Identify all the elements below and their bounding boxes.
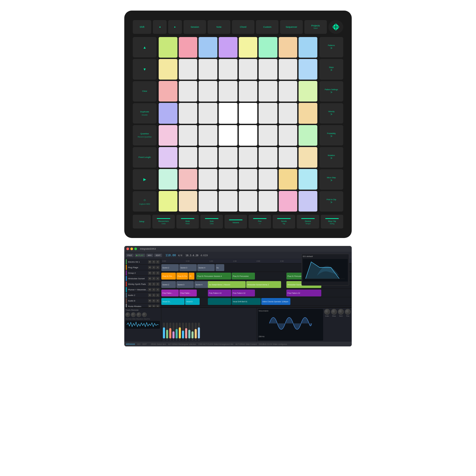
- back-button[interactable]: ◄: [153, 20, 167, 34]
- pad-5-1[interactable]: [179, 147, 198, 168]
- pad-7-6[interactable]: [279, 191, 298, 212]
- clip-3-4[interactable]: Poly Pattern 02: [286, 290, 321, 296]
- pad-4-3[interactable]: [219, 125, 237, 146]
- volume-button[interactable]: Volume: [225, 215, 247, 228]
- mixer-fader-bg[interactable]: [169, 323, 171, 338]
- pad-1-7[interactable]: [299, 59, 317, 80]
- setup-button[interactable]: Setup: [133, 215, 151, 228]
- track-m-button[interactable]: M: [148, 260, 152, 264]
- synth-warp-knob[interactable]: [331, 309, 337, 315]
- pad-3-6[interactable]: [279, 103, 298, 123]
- mutation-button[interactable]: Mutation: [319, 147, 343, 167]
- mixer-fader-bg[interactable]: [182, 323, 184, 338]
- track-item-4[interactable]: Wonky Synth PadsMSA: [124, 281, 161, 287]
- clip-3-3[interactable]: Poly Pattern 02: [232, 290, 255, 296]
- clip-1-0[interactable]: Plug 01 Per...: [161, 273, 176, 280]
- remote-knob-1[interactable]: [125, 312, 130, 317]
- sends-button[interactable]: Sends Tap: [273, 215, 295, 228]
- custom-button[interactable]: Custom: [256, 20, 278, 34]
- mixer-fader-bg[interactable]: [163, 323, 165, 338]
- probability-button[interactable]: Probability: [319, 125, 343, 145]
- pan-button[interactable]: Pan • •: [249, 215, 271, 228]
- pad-2-2[interactable]: [199, 81, 217, 102]
- pad-7-2[interactable]: [199, 191, 217, 212]
- pad-4-5[interactable]: [259, 125, 277, 146]
- capture-midi-button[interactable]: ○ Capture MIDI: [133, 191, 157, 212]
- pad-5-6[interactable]: [279, 147, 298, 168]
- track-m-button[interactable]: M: [148, 288, 152, 291]
- quantise-button[interactable]: Quantise Record Quantise: [133, 125, 157, 145]
- remote-knob-3[interactable]: [136, 312, 141, 317]
- track-s-button[interactable]: S: [152, 260, 155, 264]
- pad-1-1[interactable]: [179, 59, 198, 80]
- track-s-button[interactable]: S: [152, 282, 155, 286]
- pad-2-4[interactable]: [239, 81, 258, 102]
- track-a-button[interactable]: A: [156, 294, 159, 297]
- remote-knob-4[interactable]: [142, 312, 147, 317]
- print-to-clip-button[interactable]: Print to Clip: [319, 191, 343, 212]
- pad-4-7[interactable]: [299, 125, 317, 146]
- clip-4-4[interactable]: Inline Chords Operator 124bpm: [261, 298, 290, 305]
- edit-toolbar-button[interactable]: EDIT: [154, 254, 162, 257]
- pad-3-0[interactable]: [159, 103, 177, 123]
- pad-2-6[interactable]: [279, 81, 298, 102]
- pad-4-0[interactable]: [159, 125, 177, 146]
- edit-tab[interactable]: EDIT: [143, 343, 147, 345]
- note-button[interactable]: Note: [208, 20, 230, 34]
- track-a-button[interactable]: A: [156, 282, 159, 286]
- velocity-button[interactable]: Velocity: [319, 103, 343, 123]
- pad-1-0[interactable]: [159, 59, 177, 80]
- up-button[interactable]: ▲: [133, 37, 157, 57]
- track-item-6[interactable]: Audio 2MSA: [124, 292, 161, 298]
- mixer-fader-bg[interactable]: [198, 323, 200, 338]
- logo-button[interactable]: [328, 20, 343, 34]
- pad-4-6[interactable]: [279, 125, 298, 146]
- clip-1-4[interactable]: Plug 01 Percussive: [232, 273, 255, 280]
- track-item-0[interactable]: Electric Kit 1MSA: [124, 259, 161, 265]
- mixer-fader-bg[interactable]: [191, 323, 194, 338]
- clip-4-0[interactable]: Vocal Cli...: [161, 298, 185, 305]
- solo-button[interactable]: Solo Click: [200, 215, 223, 228]
- clip-0-0[interactable]: Scene 2: [161, 264, 179, 271]
- clip-0-1[interactable]: Scene 3: [179, 264, 197, 271]
- fixed-length-button[interactable]: Fixed Length: [133, 147, 157, 167]
- track-s-button[interactable]: S: [152, 294, 155, 297]
- clip-4-3[interactable]: Vocal Drift Bell 01: [232, 298, 261, 305]
- clip-0-3[interactable]: Su: [216, 264, 224, 271]
- mixer-fader-bg[interactable]: [176, 323, 178, 338]
- pad-1-3[interactable]: [219, 59, 237, 80]
- session-button[interactable]: Session: [184, 20, 206, 34]
- pad-2-1[interactable]: [179, 81, 198, 102]
- pad-3-7[interactable]: [299, 103, 317, 123]
- pad-0-2[interactable]: [199, 37, 217, 58]
- play-button[interactable]: ▶ PLAY: [135, 254, 145, 257]
- track-m-button[interactable]: M: [148, 294, 152, 297]
- track-item-8[interactable]: Rusty RhodesMSA: [124, 304, 161, 307]
- pad-0-0[interactable]: [159, 37, 177, 58]
- pad-2-3[interactable]: [219, 81, 237, 102]
- clip-1-2[interactable]: Pl: [189, 273, 194, 280]
- down-button[interactable]: ▼: [133, 59, 157, 79]
- minimize-dot[interactable]: [130, 248, 133, 250]
- pad-6-4[interactable]: [239, 169, 258, 190]
- pad-2-5[interactable]: [259, 81, 277, 102]
- device-button[interactable]: Device Tempo: [297, 215, 319, 228]
- pad-3-4[interactable]: [239, 103, 258, 123]
- clip-3-2[interactable]: Poly Pattern 02: [208, 290, 231, 296]
- track-m-button[interactable]: M: [148, 299, 152, 303]
- track-item-3[interactable]: Hindustan SunsetMSA: [124, 276, 161, 281]
- clip-1-3[interactable]: Plug 01 Percussion Session 4: [196, 273, 231, 280]
- pad-7-7[interactable]: [299, 191, 317, 212]
- chord-button[interactable]: Chord: [232, 20, 254, 34]
- track-a-button[interactable]: A: [156, 299, 159, 303]
- track-s-button[interactable]: S: [152, 277, 155, 280]
- track-m-button[interactable]: M: [148, 282, 152, 286]
- track-m-button[interactable]: M: [148, 277, 152, 280]
- pad-7-4[interactable]: [239, 191, 258, 212]
- track-s-button[interactable]: S: [152, 266, 155, 269]
- sequencer-button[interactable]: Sequencer: [280, 20, 303, 34]
- pad-6-1[interactable]: [179, 169, 198, 190]
- shift-button[interactable]: Shift: [133, 20, 151, 34]
- file-button[interactable]: FILE: [126, 254, 134, 257]
- close-dot[interactable]: [126, 248, 129, 250]
